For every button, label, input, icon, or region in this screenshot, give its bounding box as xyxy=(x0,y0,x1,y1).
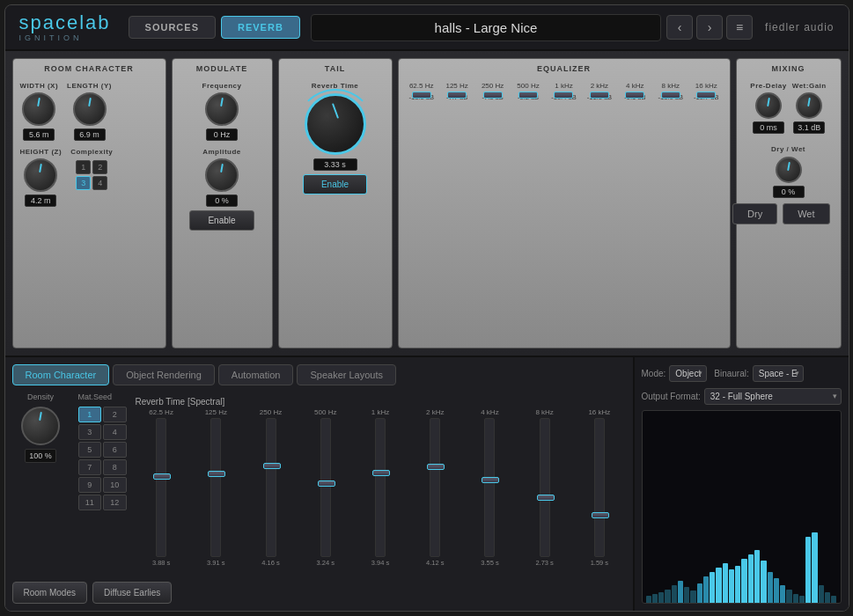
eq-band-0: 62.5 Hz-13.5 dB xyxy=(406,82,438,101)
nav-prev-button[interactable]: ‹ xyxy=(666,15,693,40)
spectral-val-6: 3.55 s xyxy=(481,559,498,567)
room-modes-button[interactable]: Room Modes xyxy=(12,582,87,604)
right-controls: Mode: Object Ambi Binaural: Space - E Sp… xyxy=(642,364,842,382)
seed-btn-7[interactable]: 7 xyxy=(78,459,102,475)
binaural-select[interactable]: Space - E Space - A xyxy=(753,365,804,382)
eq-band-2: 250 Hz-7.3 dB xyxy=(476,82,508,101)
mode-select[interactable]: Object Ambi xyxy=(669,365,707,382)
spectrum-bar-3 xyxy=(665,590,670,603)
spectral-fader-track-2[interactable] xyxy=(266,418,276,557)
eq-fader-handle-3[interactable] xyxy=(518,92,538,99)
spectral-fader-handle-5[interactable] xyxy=(427,464,445,470)
eq-band-7: 8 kHz-13.6 dB xyxy=(655,82,687,101)
spectral-fader-handle-0[interactable] xyxy=(153,473,171,480)
spectral-band-0: 62.5 Hz3.88 s xyxy=(136,408,188,567)
reverb-time-knob[interactable] xyxy=(305,93,366,155)
eq-band-8: 16 kHz-19.7 dB xyxy=(690,82,722,101)
complexity-btn-3[interactable]: 3 xyxy=(76,176,91,190)
spectral-band-1: 125 Hz3.91 s xyxy=(190,408,242,567)
spectral-fader-track-3[interactable] xyxy=(320,418,331,557)
seed-btn-10[interactable]: 10 xyxy=(103,477,127,493)
spectral-val-3: 3.24 s xyxy=(317,559,335,567)
length-knob[interactable] xyxy=(73,92,107,126)
frequency-val: 0 Hz xyxy=(206,128,238,141)
eq-fader-handle-4[interactable] xyxy=(554,92,573,99)
eq-fader-handle-6[interactable] xyxy=(625,92,644,99)
complexity-btn-1[interactable]: 1 xyxy=(76,160,91,174)
spectral-fader-handle-8[interactable] xyxy=(592,512,609,518)
equalizer-inner: 62.5 Hz-13.5 dB125 Hz-7.7 dB250 Hz-7.3 d… xyxy=(406,82,723,240)
spectral-fader-handle-6[interactable] xyxy=(482,477,499,483)
room-top-row: WIDTH (X) 5.6 m LENGTH (Y) 6.9 m xyxy=(20,82,158,141)
width-knob[interactable] xyxy=(22,92,55,126)
seed-btn-1[interactable]: 1 xyxy=(78,407,102,422)
reverb-button[interactable]: REVERB xyxy=(221,16,300,39)
dry-button[interactable]: Dry xyxy=(732,203,777,224)
tail-enable-button[interactable]: Enable xyxy=(303,174,367,194)
wetgain-val: 3.1 dB xyxy=(793,121,825,134)
frequency-knob[interactable] xyxy=(205,92,239,126)
spectral-fader-track-1[interactable] xyxy=(210,418,221,557)
amplitude-label: Amplitude xyxy=(202,148,241,156)
density-knob[interactable] xyxy=(21,407,60,445)
nav-next-button[interactable]: › xyxy=(696,15,723,40)
tail-panel: TAIL Reverb Time 3.33 s Enable xyxy=(278,58,393,348)
predelay-knob[interactable] xyxy=(755,92,782,119)
seed-btn-2[interactable]: 2 xyxy=(103,407,127,422)
tab-room-character[interactable]: Room Character xyxy=(12,364,110,385)
spectrum-bar-29 xyxy=(831,596,836,603)
seed-btn-12[interactable]: 12 xyxy=(103,495,127,510)
spectral-fader-track-7[interactable] xyxy=(540,418,550,557)
eq-fader-handle-0[interactable] xyxy=(412,92,431,99)
modulate-enable-button[interactable]: Enable xyxy=(189,210,254,231)
frequency-label: Frequency xyxy=(202,82,242,90)
output-format-select[interactable]: 32 - Full Sphere 16 - Half Sphere xyxy=(704,388,842,405)
eq-fader-handle-7[interactable] xyxy=(661,92,680,99)
complexity-section: Complexity 1 2 3 4 xyxy=(70,148,113,207)
spectral-fader-track-6[interactable] xyxy=(484,418,495,557)
eq-fader-handle-1[interactable] xyxy=(447,92,467,99)
tab-speaker-layouts[interactable]: Speaker Layouts xyxy=(297,364,396,385)
spectrum-bar-2 xyxy=(658,592,664,603)
seed-btn-4[interactable]: 4 xyxy=(103,424,127,440)
seed-btn-9[interactable]: 9 xyxy=(78,477,102,493)
spectral-fader-track-5[interactable] xyxy=(430,418,440,557)
height-knob[interactable] xyxy=(24,158,57,192)
seed-btn-8[interactable]: 8 xyxy=(103,459,127,475)
spectral-val-2: 4.16 s xyxy=(261,559,279,567)
tab-automation[interactable]: Automation xyxy=(218,364,294,385)
eq-fader-handle-2[interactable] xyxy=(483,92,503,99)
spectral-freq-label-3: 500 Hz xyxy=(314,408,336,416)
seed-btn-5[interactable]: 5 xyxy=(78,442,102,458)
eq-fader-handle-8[interactable] xyxy=(696,92,716,99)
spectral-fader-track-0[interactable] xyxy=(156,418,166,557)
eq-fader-handle-5[interactable] xyxy=(590,92,609,99)
spectral-val-5: 4.12 s xyxy=(426,559,444,567)
tab-object-rendering[interactable]: Object Rendering xyxy=(113,364,215,385)
binaural-select-wrap: Space - E Space - A xyxy=(753,364,804,382)
nav-menu-button[interactable]: ≡ xyxy=(726,15,753,40)
wetgain-knob[interactable] xyxy=(796,92,822,119)
spectral-fader-handle-1[interactable] xyxy=(208,471,225,477)
spectrum-bar-8 xyxy=(697,583,702,603)
spectral-fader-track-8[interactable] xyxy=(594,418,605,557)
sources-button[interactable]: SOURCES xyxy=(129,16,216,39)
spectral-fader-track-4[interactable] xyxy=(375,418,386,557)
wet-button[interactable]: Wet xyxy=(783,203,829,224)
complexity-btn-4[interactable]: 4 xyxy=(92,176,107,190)
complexity-btn-2[interactable]: 2 xyxy=(92,160,107,174)
spectral-fader-handle-2[interactable] xyxy=(263,463,281,469)
bottom-content: Density 100 % Mat.Seed 1 2 3 4 5 6 7 xyxy=(12,392,626,576)
spectral-freq-label-7: 8 kHz xyxy=(535,408,553,416)
spectral-fader-handle-3[interactable] xyxy=(318,480,335,487)
spectral-fader-handle-4[interactable] xyxy=(372,470,390,476)
seed-btn-6[interactable]: 6 xyxy=(103,442,127,458)
diffuse-earlies-button[interactable]: Diffuse Earlies xyxy=(92,582,172,604)
spectral-fader-handle-7[interactable] xyxy=(537,495,555,501)
seed-btn-11[interactable]: 11 xyxy=(78,495,102,510)
spectral-freq-label-8: 16 kHz xyxy=(588,408,610,416)
amplitude-knob[interactable] xyxy=(205,158,239,192)
seed-btn-3[interactable]: 3 xyxy=(78,424,102,440)
dry-wet-knob[interactable] xyxy=(776,157,802,183)
equalizer-label: EQUALIZER xyxy=(537,64,591,73)
